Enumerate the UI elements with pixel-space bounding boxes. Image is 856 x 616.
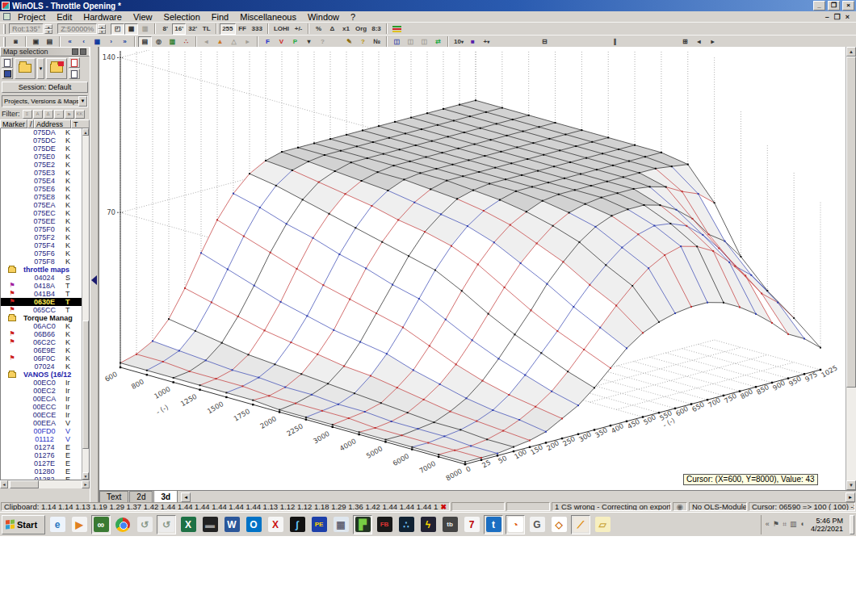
open-project-dropdown[interactable]: ▼ bbox=[37, 58, 44, 79]
map-folder-row[interactable]: Torque Manag bbox=[1, 314, 89, 322]
scope-combobox-arrow-icon[interactable]: ▼ bbox=[78, 96, 87, 107]
filter-values-button[interactable]: V bbox=[275, 36, 288, 48]
zoom-spinner[interactable]: Z:50000% ▲▼ bbox=[57, 23, 106, 34]
map-row[interactable]: 01274E bbox=[1, 443, 89, 451]
taskbar-internet-explorer-button[interactable]: e bbox=[48, 515, 67, 534]
map-row[interactable]: 075E6K bbox=[1, 185, 89, 193]
splitter-collapse-icon[interactable] bbox=[91, 275, 97, 285]
arrange-horizontal-button[interactable]: ⊟ bbox=[538, 36, 552, 48]
taskbar-pe-tool-button[interactable]: PE bbox=[309, 515, 329, 534]
map-row[interactable]: 06AC0K bbox=[1, 322, 89, 330]
filter-dropdown-button[interactable]: ▾ bbox=[302, 36, 316, 48]
menu-item-project[interactable]: Project bbox=[12, 12, 51, 22]
map-folder-row[interactable]: throttle maps bbox=[1, 266, 89, 274]
export-map-button[interactable] bbox=[69, 57, 80, 68]
page-next-button[interactable]: ▸ bbox=[706, 36, 720, 48]
map-row[interactable]: 00ECEIr bbox=[1, 411, 89, 419]
mdi-document-icon[interactable] bbox=[3, 13, 10, 20]
filter-params-button[interactable]: P bbox=[288, 36, 302, 48]
view-scroll-down-icon[interactable]: ▼ bbox=[846, 480, 856, 490]
chart-view-2-button[interactable]: ◫ bbox=[404, 36, 418, 48]
map-row[interactable]: 01112V bbox=[1, 435, 89, 443]
map-panel-pin-button[interactable] bbox=[72, 48, 78, 55]
map-row[interactable]: 075E3K bbox=[1, 169, 89, 177]
menu-item-edit[interactable]: Edit bbox=[51, 12, 78, 22]
window-new-button[interactable]: ▣ bbox=[29, 36, 43, 48]
rotation-spinner[interactable]: Rot:135° ▲▼ bbox=[9, 23, 52, 34]
taskbar-outlook-button[interactable]: O bbox=[244, 515, 263, 534]
map-row[interactable]: 075DCK bbox=[1, 136, 89, 145]
map-row[interactable]: 075EEK bbox=[1, 217, 89, 225]
view-split-button[interactable]: ▥ bbox=[138, 23, 152, 35]
tray-flag-icon[interactable]: ⚑ bbox=[773, 520, 779, 529]
taskbar-winols-project-button[interactable]: ▛ bbox=[353, 515, 372, 534]
filter-button-1[interactable]: A bbox=[33, 110, 43, 119]
tab-scroll-left-icon[interactable]: ◄ bbox=[181, 492, 191, 502]
mdi-minimize-button[interactable]: – bbox=[825, 13, 829, 21]
whats-this-button[interactable]: № bbox=[370, 36, 384, 48]
axis-mode-button[interactable]: + ▾ bbox=[480, 36, 493, 48]
original-values-button[interactable]: Org bbox=[353, 23, 369, 35]
display-decimal-button[interactable]: 255 bbox=[220, 23, 235, 35]
map-row[interactable]: ⚑065CCT bbox=[1, 306, 89, 314]
nav-prev-button[interactable]: ‹ bbox=[77, 36, 90, 48]
tab-3d[interactable]: 3d bbox=[153, 490, 178, 502]
map-row[interactable]: 01276E bbox=[1, 451, 89, 459]
map-row[interactable]: 00EC2Ir bbox=[1, 387, 89, 395]
scope-combobox[interactable]: Projects, Versions & Maps: (Ctrl ▼ bbox=[2, 95, 88, 107]
view-vertical-scrollbar[interactable]: ▲ ▼ bbox=[846, 47, 856, 490]
bookmark-prev-button[interactable]: ◂ bbox=[199, 36, 213, 48]
filter-button-3[interactable]: ⌐ bbox=[54, 110, 64, 119]
map-row[interactable]: ⚑041B4T bbox=[1, 290, 89, 298]
byte-order-lohi-button[interactable]: LOHI bbox=[271, 23, 292, 35]
ratio-8-3-button[interactable]: 8:3 bbox=[369, 23, 384, 35]
color-mode-button[interactable]: ■ bbox=[466, 36, 480, 48]
preview-window-button[interactable]: ◎ bbox=[152, 36, 166, 48]
taskbar-security-app-button[interactable]: ◔ bbox=[506, 515, 525, 534]
map-row[interactable]: 0127EE bbox=[1, 459, 89, 467]
bits-32-button[interactable]: 32' bbox=[186, 23, 199, 35]
map-row[interactable]: 075E8K bbox=[1, 193, 89, 201]
surface-svg[interactable]: 6008001000125015001750200022503000400050… bbox=[99, 47, 846, 490]
window-list-button[interactable]: ▤ bbox=[43, 36, 57, 48]
restore-button[interactable]: ❐ bbox=[828, 1, 840, 10]
map-row[interactable]: ⚑06F0CK bbox=[1, 354, 89, 362]
scroll-left-icon[interactable]: ◄ bbox=[0, 480, 8, 488]
help-button[interactable]: ? bbox=[356, 36, 370, 48]
map-row[interactable]: 075F4K bbox=[1, 241, 89, 249]
tray-display-icon[interactable]: ▥ bbox=[790, 520, 797, 529]
nav-last-button[interactable]: » bbox=[118, 36, 132, 48]
status-eye-icon[interactable]: ◉ bbox=[673, 502, 687, 511]
taskbar-folder-button[interactable]: ▱ bbox=[593, 515, 612, 534]
view-scroll-thumb[interactable] bbox=[846, 57, 856, 388]
open-project-button[interactable] bbox=[15, 58, 36, 79]
taskbar-chrome-button[interactable] bbox=[113, 515, 132, 534]
surface-chart[interactable]: 6008001000125015001750200022503000400050… bbox=[99, 47, 846, 490]
menu-item-help[interactable]: ? bbox=[345, 12, 361, 22]
taskbar-excel-button[interactable]: X bbox=[178, 515, 198, 534]
tab-scroll-right-icon[interactable]: ► bbox=[846, 492, 855, 502]
bits-16-button[interactable]: 16' bbox=[172, 23, 186, 35]
toolbar-grip-2[interactable] bbox=[3, 37, 6, 47]
clock[interactable]: 5:46 PM 4/22/2021 bbox=[808, 517, 846, 533]
taskbar-console-button[interactable]: ∫ bbox=[287, 515, 307, 534]
taskbar-word-button[interactable]: W bbox=[222, 515, 241, 534]
bookmark-next-button[interactable]: ▸ bbox=[241, 36, 254, 48]
map-row[interactable]: 075E2K bbox=[1, 161, 89, 169]
column-marker[interactable]: Marker bbox=[0, 119, 27, 128]
taskbar-media-player-button[interactable]: ▶ bbox=[69, 515, 89, 534]
connections-button[interactable]: ∴ bbox=[179, 36, 193, 48]
bits-float-button[interactable]: TL bbox=[199, 23, 213, 35]
taskbar-winols-button[interactable]: ∞ bbox=[91, 515, 111, 534]
map-row[interactable]: ⚑0418AT bbox=[1, 282, 89, 290]
page-prev-button[interactable]: ◂ bbox=[692, 36, 706, 48]
view-scroll-up-icon[interactable]: ▲ bbox=[846, 47, 856, 57]
taskbar-eeprom-fb-button[interactable]: FB bbox=[375, 515, 394, 534]
start-button[interactable]: Start bbox=[2, 515, 45, 534]
map-row[interactable]: 075F2K bbox=[1, 233, 89, 241]
scroll-down-icon[interactable]: ▼ bbox=[82, 472, 89, 480]
scroll-thumb[interactable] bbox=[82, 321, 89, 448]
taskbar-thunderbird-button[interactable]: t bbox=[484, 515, 503, 534]
filter-button-0[interactable]: ≡ bbox=[23, 110, 32, 119]
tray-network-icon[interactable]: ⌗ bbox=[783, 520, 787, 529]
